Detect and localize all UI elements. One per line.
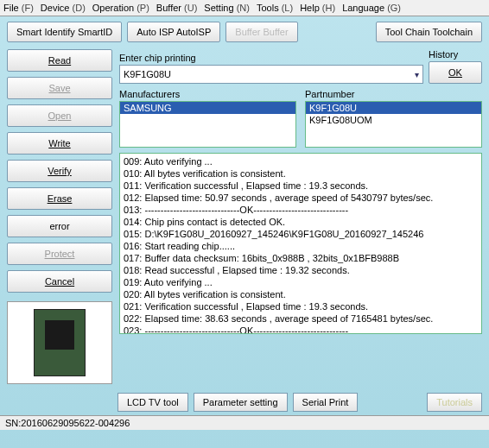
log-line: 013: ------------------------------OK---… bbox=[124, 204, 478, 216]
tutorials-button[interactable]: Tutorials bbox=[427, 393, 482, 412]
manufacturers-list[interactable]: SAMSUNG bbox=[119, 101, 296, 148]
buffer-button[interactable]: Buffer Buffer bbox=[225, 22, 297, 42]
ok-button[interactable]: OK bbox=[429, 61, 482, 84]
lcd-tv-tool-button[interactable]: LCD TV tool bbox=[117, 393, 188, 412]
serial-print-button[interactable]: Serial Print bbox=[293, 393, 359, 412]
bottom-toolbar: LCD TV tool Parameter setting Serial Pri… bbox=[0, 389, 489, 415]
log-line: 012: Elapsed time: 50.97 seconds , avera… bbox=[124, 192, 478, 204]
parameter-setting-button[interactable]: Parameter setting bbox=[194, 393, 288, 412]
history-label: History bbox=[429, 49, 480, 60]
log-line: 021: Verification successful , Elapsed t… bbox=[124, 300, 478, 312]
chevron-down-icon: ▾ bbox=[415, 70, 419, 79]
open-button[interactable]: Open bbox=[7, 104, 112, 127]
menu-file[interactable]: File (F) bbox=[3, 3, 34, 13]
log-line: 015: D:\K9F1G08U_20160927_145246\K9F1G08… bbox=[124, 228, 478, 240]
log-line: 009: Auto verifying ... bbox=[124, 155, 478, 167]
top-toolbar: Smart Identify SmartID Auto ISP AutoISP … bbox=[0, 16, 489, 47]
status-bar: SN:20160629095622-004296 bbox=[0, 415, 489, 430]
log-line: 019: Auto verifying ... bbox=[124, 276, 478, 288]
save-button[interactable]: Save bbox=[7, 77, 112, 99]
log-line: 023: ------------------------------OK---… bbox=[124, 325, 478, 334]
list-item[interactable]: SAMSUNG bbox=[120, 102, 295, 114]
list-item[interactable]: K9F1G08UOM bbox=[306, 114, 481, 126]
error-button[interactable]: error bbox=[7, 215, 112, 237]
log-line: 011: Verification successful , Elapsed t… bbox=[124, 180, 478, 192]
chip-image bbox=[7, 301, 112, 384]
log-line: 018: Read successful , Elapsed time : 19… bbox=[124, 264, 478, 276]
protect-button[interactable]: Protect bbox=[7, 243, 112, 265]
chip-printing-combo[interactable]: K9F1G08U ▾ bbox=[119, 65, 423, 84]
partnumber-label: Partnumber bbox=[305, 89, 482, 99]
auto-isp-button[interactable]: Auto ISP AutoISP bbox=[127, 22, 220, 42]
write-button[interactable]: Write bbox=[7, 132, 112, 155]
tool-chain-button[interactable]: Tool Chain Toolchain bbox=[376, 22, 482, 42]
menu-buffer[interactable]: Buffer (U) bbox=[156, 3, 198, 13]
log-line: 014: Chip pins contact is detected OK. bbox=[124, 216, 478, 228]
enter-chip-label: Enter chip printing bbox=[119, 53, 423, 63]
log-line: 022: Elapsed time: 38.63 seconds , avera… bbox=[124, 312, 478, 325]
menu-device[interactable]: Device (D) bbox=[41, 3, 86, 13]
menu-setting[interactable]: Setting (N) bbox=[204, 3, 250, 13]
partnumber-list[interactable]: K9F1G08U K9F1G08UOM bbox=[305, 101, 482, 148]
log-line: 016: Start reading chip...... bbox=[124, 240, 478, 252]
read-button[interactable]: Read bbox=[7, 49, 112, 72]
left-panel: Read Save Open Write Verify Erase error … bbox=[7, 49, 112, 384]
manufacturers-label: Manufacturers bbox=[119, 89, 296, 99]
log-output[interactable]: 009: Auto verifying ... 010: All bytes v… bbox=[119, 153, 482, 334]
log-line: 017: Buffer data checksum: 16bits_0x988B… bbox=[124, 252, 478, 264]
erase-button[interactable]: Erase bbox=[7, 187, 112, 210]
menu-tools[interactable]: Tools (L) bbox=[257, 3, 293, 13]
chip-printing-value: K9F1G08U bbox=[124, 69, 171, 79]
menu-help[interactable]: Help (H) bbox=[300, 3, 335, 13]
list-item[interactable]: K9F1G08U bbox=[306, 102, 481, 114]
smart-identify-button[interactable]: Smart Identify SmartID bbox=[7, 22, 122, 42]
menu-language[interactable]: Language (G) bbox=[342, 3, 401, 13]
verify-button[interactable]: Verify bbox=[7, 160, 112, 182]
menu-bar: File (F) Device (D) Operation (P) Buffer… bbox=[0, 0, 489, 16]
menu-operation[interactable]: Operation (P) bbox=[92, 3, 149, 13]
log-line: 010: All bytes verification is consisten… bbox=[124, 167, 478, 180]
cancel-button[interactable]: Cancel bbox=[7, 270, 112, 293]
log-line: 020: All bytes verification is consisten… bbox=[124, 288, 478, 300]
